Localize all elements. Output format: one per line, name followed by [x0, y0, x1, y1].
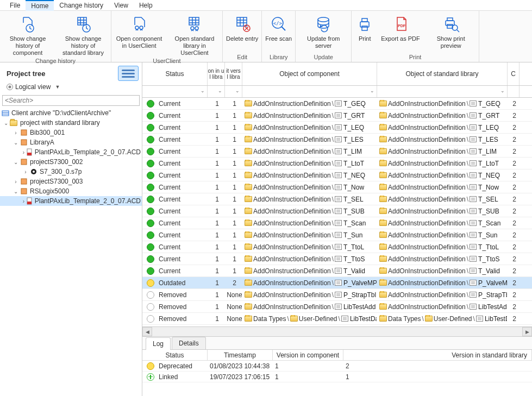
btn-open-component-userclient[interactable]: Open component in UserClient: [111, 12, 167, 49]
menu-file[interactable]: File: [4, 1, 26, 10]
col-version-library[interactable]: it versl libra: [225, 62, 242, 85]
filter-obj1[interactable]: ⌄: [242, 86, 377, 97]
tab-log[interactable]: Log: [146, 337, 171, 350]
status-text: Current: [159, 184, 180, 191]
btn-show-change-history-library[interactable]: Show change history of standard library: [55, 12, 111, 56]
filter-v1[interactable]: ⌄: [208, 86, 225, 97]
btn-show-change-history-component[interactable]: Show change history of component: [0, 12, 55, 56]
tree-ps002[interactable]: ⌄ projectS7300_002: [0, 157, 142, 167]
logical-view-label[interactable]: Logical view: [15, 83, 51, 91]
tree-template2[interactable]: › PlantPAxLib_Template_2_0_07.ACD: [0, 196, 142, 206]
table-row[interactable]: Outdated12AddOnInstructionDefinition\P_V…: [142, 277, 532, 289]
table-row[interactable]: Current11AddOnInstructionDefinition\T_GE…: [142, 98, 532, 110]
search-input[interactable]: [2, 95, 140, 106]
cell-last: 2: [508, 303, 520, 311]
horizontal-scrollbar[interactable]: ◀ ▶: [142, 326, 532, 336]
col-version-component[interactable]: on in ul libra: [208, 62, 225, 85]
tree-ps003[interactable]: › projectS7300_003: [0, 177, 142, 186]
log-header: Status Timestamp Version in component Ve…: [142, 350, 532, 361]
filter-v2[interactable]: ⌄: [225, 86, 242, 97]
btn-delete-entry[interactable]: Delete entry: [223, 12, 261, 42]
btn-update-from-server[interactable]: Update from server: [296, 12, 351, 49]
col-object-library[interactable]: Object of standard library: [377, 62, 508, 85]
table-row[interactable]: Current11AddOnInstructionDefinition\T_Va…: [142, 265, 532, 277]
log-col-vcomp[interactable]: Version in component: [273, 350, 343, 360]
collapse-icon[interactable]: ⌄: [12, 159, 20, 165]
table-row[interactable]: Current11AddOnInstructionDefinition\T_GR…: [142, 110, 532, 122]
table-row[interactable]: Current11AddOnInstructionDefinition\T_Lt…: [142, 158, 532, 169]
scroll-right-icon[interactable]: ▶: [522, 327, 532, 336]
project-tree[interactable]: Client archive "D:\vdClientArchive" ⌄ pr…: [0, 107, 142, 396]
expand-icon[interactable]: ›: [12, 179, 20, 185]
cell-last: 2: [508, 243, 520, 251]
grid-body[interactable]: Current11AddOnInstructionDefinition\T_GE…: [142, 98, 532, 326]
table-row[interactable]: Current11AddOnInstructionDefinition\T_No…: [142, 181, 532, 193]
col-object-component[interactable]: Object of component: [242, 62, 377, 85]
btn-print-preview[interactable]: Show print preview: [423, 12, 479, 49]
log-body[interactable]: Deprecated01/08/2023 10:44:3812Linked19/…: [142, 361, 532, 396]
col-extra[interactable]: C: [508, 62, 520, 85]
table-row[interactable]: Current11AddOnInstructionDefinition\T_LE…: [142, 122, 532, 134]
table-row[interactable]: Current11AddOnInstructionDefinition\T_Sc…: [142, 217, 532, 229]
log-row[interactable]: Deprecated01/08/2023 10:44:3812: [142, 361, 532, 372]
svg-point-3: [135, 26, 139, 29]
filter-obj2[interactable]: ⌄: [377, 86, 508, 97]
menu-home[interactable]: Home: [26, 0, 54, 11]
linked-icon: [147, 373, 154, 381]
menu-help[interactable]: Help: [134, 1, 158, 10]
collapse-icon[interactable]: ⌄: [12, 188, 20, 194]
tree-bib[interactable]: › Bib300_001: [0, 128, 142, 137]
expand-icon[interactable]: ›: [12, 130, 20, 136]
tab-details[interactable]: Details: [172, 337, 206, 349]
cell-obj-component: AddOnInstructionDefinition\T_LEQ: [242, 124, 377, 131]
log-col-timestamp[interactable]: Timestamp: [208, 350, 273, 360]
table-row[interactable]: Current11AddOnInstructionDefinition\T_Tt…: [142, 241, 532, 253]
table-row[interactable]: Current11AddOnInstructionDefinition\T_NE…: [142, 169, 532, 181]
expand-icon[interactable]: ›: [22, 169, 29, 175]
table-row[interactable]: Current11AddOnInstructionDefinition\T_LE…: [142, 134, 532, 146]
log-row[interactable]: Linked19/07/2023 17:06:1511: [142, 372, 532, 382]
view-toggle-button[interactable]: [118, 66, 139, 81]
collapse-icon[interactable]: ⌄: [2, 120, 10, 126]
table-row[interactable]: Removed1NoneAddOnInstructionDefinition\L…: [142, 301, 532, 313]
table-row[interactable]: Current11AddOnInstructionDefinition\T_Su…: [142, 229, 532, 241]
btn-print[interactable]: Print: [352, 12, 378, 42]
btn-open-library-userclient[interactable]: Open standard library in UserClient: [167, 12, 222, 56]
table-row[interactable]: Removed1NoneData Types\User-Defined\LibT…: [142, 313, 532, 325]
table-row[interactable]: Removed1NoneAddOnInstructionDefinition\P…: [142, 289, 532, 301]
status-text: Current: [159, 243, 180, 251]
btn-free-scan[interactable]: </> Free scan: [262, 12, 295, 42]
ribbon-group-edit: Edit: [223, 53, 261, 62]
expand-icon[interactable]: ›: [22, 198, 26, 204]
tree-rslogix[interactable]: ⌄ RSLogix5000: [0, 186, 142, 196]
table-row[interactable]: Current11AddOnInstructionDefinition\T_SU…: [142, 205, 532, 217]
table-row[interactable]: Current11AddOnInstructionDefinition\T_Tt…: [142, 253, 532, 265]
cell-v1: 1: [208, 219, 225, 227]
tree-librarya[interactable]: ⌄ LibraryA: [0, 137, 142, 147]
menu-view[interactable]: View: [109, 1, 134, 10]
tree-project[interactable]: ⌄ project with standard library: [0, 118, 142, 128]
cell-obj-library: AddOnInstructionDefinition\T_Now: [377, 184, 508, 191]
log-col-status[interactable]: Status: [142, 350, 208, 360]
scroll-left-icon[interactable]: ◀: [142, 327, 152, 336]
filter-last[interactable]: [508, 86, 520, 97]
table-row[interactable]: Current11AddOnInstructionDefinition\T_SE…: [142, 193, 532, 205]
table-row[interactable]: Current11AddOnInstructionDefinition\T_LI…: [142, 146, 532, 158]
col-status[interactable]: Status: [142, 62, 208, 85]
btn-export-pdf[interactable]: PDF Export as PDF: [378, 12, 423, 42]
btn-label: Delete entry: [226, 35, 258, 42]
collapse-icon[interactable]: ⌄: [12, 140, 20, 146]
cell-v2: None: [225, 315, 242, 323]
chevron-down-icon[interactable]: ▼: [55, 84, 60, 90]
filter-status[interactable]: ⌄: [142, 86, 208, 97]
svg-rect-22: [21, 130, 27, 135]
log-col-vlib[interactable]: Version in standard library: [343, 350, 532, 360]
cell-last: 2: [508, 315, 520, 323]
tree-template1[interactable]: › PlantPAxLib_Template_2_0_07.ACD: [0, 147, 142, 157]
cell-v2: 1: [225, 172, 242, 179]
pdf-icon: PDF: [391, 14, 410, 34]
menu-change-history[interactable]: Change history: [54, 1, 109, 10]
expand-icon[interactable]: ›: [22, 149, 26, 155]
tree-archive-root[interactable]: Client archive "D:\vdClientArchive": [0, 108, 142, 118]
tree-s7file[interactable]: › S7_300_0.s7p: [0, 167, 142, 177]
